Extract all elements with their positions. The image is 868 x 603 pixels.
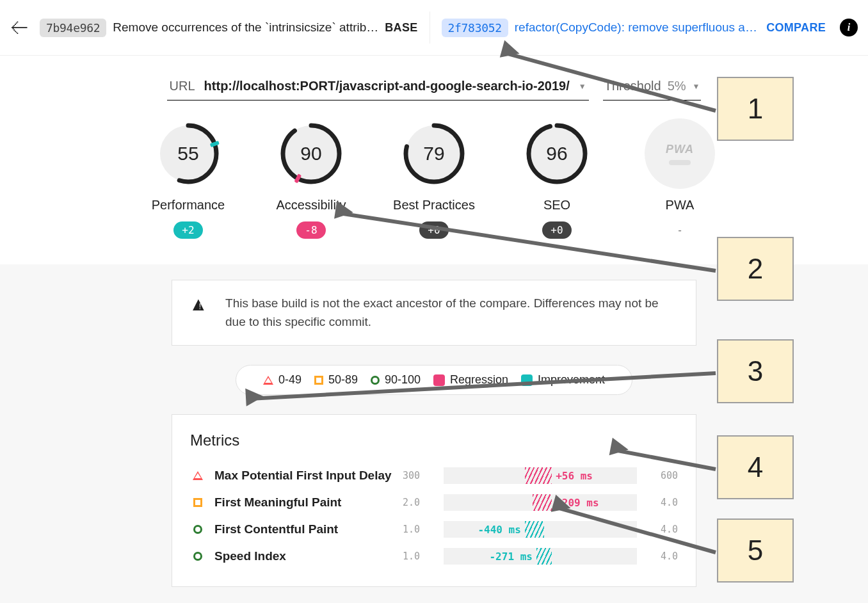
- overview-section: URL http://localhost:PORT/javascript-and…: [0, 56, 868, 264]
- gray-band: ▲! This base build is not the exact ance…: [0, 264, 868, 603]
- metric-scale-low: 1.0: [403, 524, 435, 535]
- metric-name: Speed Index: [214, 549, 394, 563]
- gauge-ring: 90: [276, 118, 346, 189]
- metric-bar: -271 ms: [444, 548, 637, 565]
- metric-shape-icon: [190, 498, 205, 507]
- score-delta-pill: -8: [296, 221, 326, 239]
- gauge-label: Accessibility: [277, 198, 346, 213]
- gauge-ring: 55: [153, 118, 223, 189]
- metric-shape-icon: [190, 471, 205, 480]
- legend-pill: 0-49 50-89 90-100 Regression Improvement: [236, 365, 632, 395]
- metric-shape-icon: [190, 552, 205, 561]
- gauge-label: Best Practices: [393, 198, 475, 213]
- ancestor-warning-card: ▲! This base build is not the exact ance…: [172, 280, 696, 346]
- metric-shape-icon: [190, 525, 205, 534]
- metric-scale-high: 600: [646, 470, 678, 481]
- metric-delta: +56 ms: [556, 470, 593, 482]
- score-delta-pill: +2: [173, 221, 203, 239]
- base-commit-message: Remove occurrences of the `intrinsicsize…: [113, 20, 378, 35]
- threshold-dropdown[interactable]: Threshold 5% ▼: [603, 75, 702, 100]
- chevron-down-icon: ▼: [693, 82, 700, 91]
- legend-regression: Regression: [433, 373, 508, 387]
- compare-hash-pill[interactable]: 2f783052: [442, 19, 508, 37]
- metric-delta: +209 ms: [556, 497, 599, 509]
- metric-bar: -440 ms: [444, 521, 637, 538]
- warning-icon: ▲!: [189, 294, 210, 314]
- metrics-heading: Metrics: [190, 431, 678, 449]
- base-hash-pill[interactable]: 7b94e962: [40, 19, 106, 37]
- metric-name: First Meaningful Paint: [214, 495, 394, 510]
- metric-scale-low: 300: [403, 470, 435, 481]
- legend-90-100: 90-100: [371, 373, 421, 387]
- url-threshold-row: URL http://localhost:PORT/javascript-and…: [0, 75, 868, 100]
- metric-bar: +56 ms: [444, 467, 637, 484]
- pwa-gauge: PWA: [645, 118, 715, 189]
- score-gauges-row: 55 Performance+2 90 Accessibility-8 79 B…: [0, 118, 868, 239]
- pwa-icon: PWA: [666, 143, 694, 156]
- url-value: http://localhost:PORT/javascript-and-goo…: [204, 79, 570, 93]
- threshold-label: Threshold: [604, 79, 661, 93]
- threshold-value: 5%: [668, 79, 686, 93]
- legend-50-89: 50-89: [314, 373, 358, 387]
- header-separator: [430, 12, 430, 44]
- warning-text: This base build is not the exact ancesto…: [225, 294, 679, 331]
- gauge-best-practices[interactable]: 79 Best Practices+0: [392, 118, 476, 239]
- gauge-score: 96: [522, 118, 592, 189]
- score-delta-pill: +0: [542, 221, 572, 239]
- legend-improvement: Improvement: [521, 373, 605, 387]
- metric-scale-high: 4.0: [646, 551, 678, 562]
- chevron-down-icon: ▼: [579, 82, 586, 91]
- gauge-pwa[interactable]: PWA PWA-: [638, 118, 721, 239]
- metric-row[interactable]: First Contentful Paint 1.0 -440 ms 4.0: [190, 516, 678, 543]
- metric-scale-low: 1.0: [403, 551, 435, 562]
- base-tag: BASE: [385, 21, 417, 35]
- metric-delta: -440 ms: [478, 524, 520, 536]
- info-icon[interactable]: i: [840, 19, 858, 36]
- legend-0-49: 0-49: [263, 373, 301, 387]
- metric-name: First Contentful Paint: [214, 522, 394, 536]
- metric-bar: +209 ms: [444, 494, 637, 511]
- gauge-ring: 79: [399, 118, 469, 189]
- gauge-score: 55: [153, 118, 223, 189]
- url-dropdown[interactable]: URL http://localhost:PORT/javascript-and…: [167, 75, 589, 100]
- metrics-card: Metrics Max Potential First Input Delay …: [172, 414, 696, 587]
- gauge-score: 90: [276, 118, 346, 189]
- metric-row[interactable]: Speed Index 1.0 -271 ms 4.0: [190, 543, 678, 570]
- compare-tag: COMPARE: [766, 21, 826, 35]
- gauge-label: SEO: [543, 198, 570, 213]
- metric-name: Max Potential First Input Delay: [214, 469, 394, 483]
- gauge-label: Performance: [152, 198, 225, 213]
- gauge-seo[interactable]: 96 SEO+0: [515, 118, 599, 239]
- metric-row[interactable]: First Meaningful Paint 2.0 +209 ms 4.0: [190, 489, 678, 516]
- gauge-label: PWA: [666, 198, 695, 213]
- metric-row[interactable]: Max Potential First Input Delay 300 +56 …: [190, 462, 678, 489]
- gauge-accessibility[interactable]: 90 Accessibility-8: [269, 118, 353, 239]
- metric-scale-high: 4.0: [646, 497, 678, 508]
- url-label: URL: [170, 79, 195, 93]
- gauge-ring: 96: [522, 118, 592, 189]
- back-arrow-icon[interactable]: 🡠: [5, 17, 33, 38]
- score-delta-pill: +0: [419, 221, 449, 239]
- gauge-performance[interactable]: 55 Performance+2: [147, 118, 230, 239]
- compare-commit-message[interactable]: refactor(CopyCode): remove superfluous a…: [515, 20, 760, 35]
- header-bar: 🡠 7b94e962 Remove occurrences of the `in…: [0, 0, 868, 56]
- score-delta-pill: -: [665, 221, 695, 239]
- gauge-score: 79: [399, 118, 469, 189]
- metric-delta: -271 ms: [489, 551, 532, 563]
- metric-scale-low: 2.0: [403, 497, 435, 508]
- metric-scale-high: 4.0: [646, 524, 678, 535]
